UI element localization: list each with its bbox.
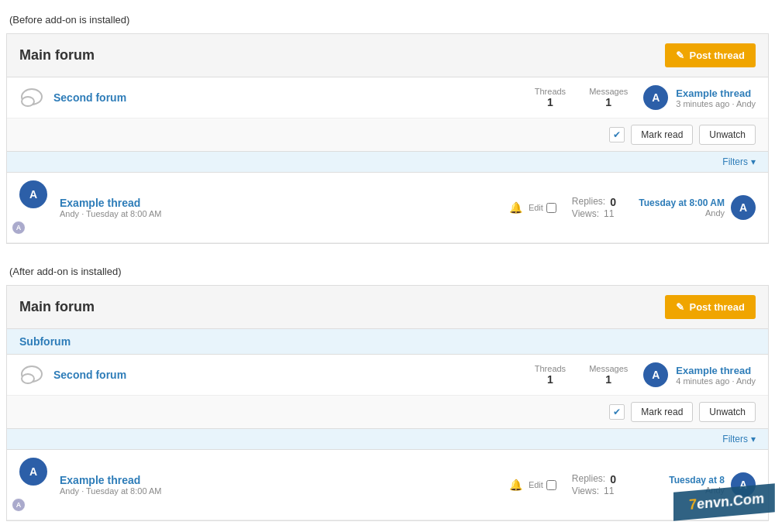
before-thread-avatar-wrap: A A [19,180,52,235]
after-thread-checkbox[interactable] [546,480,556,490]
after-edit-label: Edit [529,480,543,489]
before-edit-checkbox: Edit [529,203,556,213]
after-messages-value: 1 [589,373,628,386]
after-threads-stat: Threads 1 [535,364,566,386]
after-latest-post-title[interactable]: Example thread [676,365,756,376]
before-thread-checkbox[interactable] [546,203,556,213]
after-messages-label: Messages [589,364,628,373]
before-thread-meta: Andy · Tuesday at 8:00 AM [60,209,509,218]
after-thread-avatar: A [19,458,47,486]
post-thread-icon: ✎ [676,50,684,61]
before-caption: (Before add-on is installed) [0,8,775,33]
before-last-post-info: Tuesday at 8:00 AM Andy [639,197,725,218]
after-thread-row: A A Example thread Andy · Tuesday at 8:0… [7,450,768,520]
after-thread-replies: Replies: 0 Views: 11 [572,473,616,496]
after-filters-label: Filters [722,434,748,444]
before-thread-stats: 🔔 Edit [509,201,556,214]
svg-point-3 [22,374,34,383]
before-forum-header: Main forum ✎ Post thread [7,34,768,77]
after-select-all-checkbox[interactable]: ✔ [609,404,625,420]
before-bell-icon: 🔔 [509,201,522,214]
after-messages-stat: Messages 1 [589,364,628,386]
before-replies-value: 0 [610,196,616,208]
before-post-thread-label: Post thread [689,50,745,61]
after-latest-post: A Example thread 4 minutes ago · Andy [643,362,756,387]
checkmark-icon: ✔ [613,129,621,140]
after-unwatch-button[interactable]: Unwatch [699,402,756,422]
before-messages-stat: Messages 1 [589,87,628,108]
after-views-label: Views: [572,486,599,496]
after-thread-stats: 🔔 Edit [509,479,556,491]
before-thread-title[interactable]: Example thread [60,197,509,209]
before-latest-post-meta: 3 minutes ago · Andy [676,99,756,108]
before-filters-chevron: ▾ [751,156,756,167]
after-forum-container: Main forum ✎ Post thread Subforum Second… [6,285,769,521]
after-thread-info: Example thread Andy · Tuesday at 8:00 AM [60,474,509,496]
after-subforum-avatar: A [643,362,668,387]
after-post-thread-button[interactable]: ✎ Post thread [665,295,756,319]
before-views-value: 11 [604,208,614,219]
before-subforum-row: Second forum Threads 1 Messages 1 A Exam… [7,77,768,118]
after-subforum-stats: Threads 1 Messages 1 [535,364,629,386]
before-subforum-avatar: A [643,85,668,110]
before-replies-label: Replies: [572,196,605,208]
before-threads-label: Threads [535,87,566,96]
after-forum-title: Main forum [19,299,95,315]
before-thread-replies: Replies: 0 Views: 11 [572,196,616,219]
after-latest-post-info: Example thread 4 minutes ago · Andy [676,365,756,386]
after-caption: (After add-on is installed) [0,259,775,285]
before-views-label: Views: [572,208,599,219]
after-threads-value: 1 [535,373,566,386]
before-thread-info: Example thread Andy · Tuesday at 8:00 AM [60,197,509,218]
after-filters-button[interactable]: Filters ▾ [722,434,756,444]
before-filters-bar: Filters ▾ [7,152,768,173]
svg-point-1 [22,97,34,106]
after-replies-value: 0 [610,473,616,486]
after-post-thread-label: Post thread [689,301,745,313]
after-thread-meta: Andy · Tuesday at 8:00 AM [60,486,509,496]
after-subforum-heading: Subforum [7,329,768,355]
before-subforum-stats: Threads 1 Messages 1 [535,87,629,108]
after-thread-avatar-small: A [12,498,26,512]
after-post-thread-icon: ✎ [676,301,684,313]
after-views-value: 11 [604,486,614,496]
after-subforum-chat-icon [19,362,44,387]
before-forum-title: Main forum [19,47,95,63]
before-latest-post-title[interactable]: Example thread [676,88,756,99]
after-checkmark-icon: ✔ [613,407,621,417]
before-mark-read-button[interactable]: Mark read [631,125,693,145]
before-last-avatar: A [731,195,756,220]
before-threads-value: 1 [535,96,566,108]
before-latest-post-info: Example thread 3 minutes ago · Andy [676,88,756,108]
after-filters-chevron: ▾ [751,434,756,444]
after-bell-icon: 🔔 [509,479,522,491]
before-thread-row: A A Example thread Andy · Tuesday at 8:0… [7,173,768,243]
after-filters-bar: Filters ▾ [7,429,768,450]
before-filters-button[interactable]: Filters ▾ [722,156,756,167]
before-last-date[interactable]: Tuesday at 8:00 AM [639,197,725,208]
after-mark-read-button[interactable]: Mark read [631,402,693,422]
subforum-chat-icon [19,85,44,110]
after-subforum-name[interactable]: Second forum [53,369,535,381]
before-post-thread-button[interactable]: ✎ Post thread [665,43,756,67]
after-edit-checkbox: Edit [529,480,556,490]
before-latest-post: A Example thread 3 minutes ago · Andy [643,85,756,110]
before-threads-stat: Threads 1 [535,87,566,108]
after-latest-post-meta: 4 minutes ago · Andy [676,376,756,386]
after-thread-avatar-wrap: A A [19,458,52,512]
before-thread-last: Tuesday at 8:00 AM Andy A [616,195,756,220]
after-action-bar: ✔ Mark read Unwatch [7,396,768,429]
before-subforum-name[interactable]: Second forum [53,91,535,104]
after-last-date[interactable]: Tuesday at 8 [669,475,725,486]
before-edit-label: Edit [529,203,543,212]
before-thread-avatar: A [19,180,47,208]
after-forum-header: Main forum ✎ Post thread [7,286,768,329]
after-replies-label: Replies: [572,473,605,486]
before-thread-avatar-small: A [12,221,26,235]
before-unwatch-button[interactable]: Unwatch [699,125,756,145]
before-last-user: Andy [639,208,725,218]
after-thread-title[interactable]: Example thread [60,474,509,486]
after-threads-label: Threads [535,364,566,373]
before-select-all-checkbox[interactable]: ✔ [609,127,625,142]
before-filters-label: Filters [722,156,748,167]
